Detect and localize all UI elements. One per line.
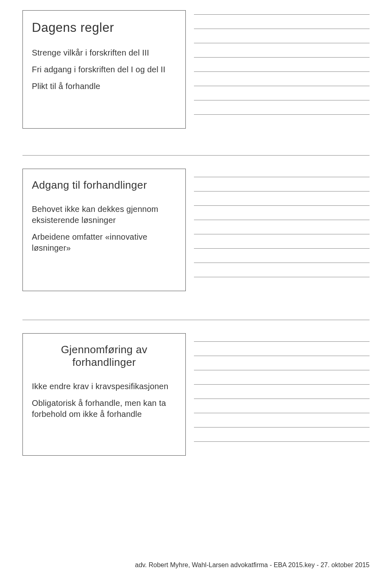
content-box-adgang: Adgang til forhandlinger Behovet ikke ka… (22, 169, 186, 291)
note-line (194, 356, 370, 356)
slide-row-3: Gjennomføring av forhandlinger Ikke endr… (0, 333, 392, 456)
notes-lines-3 (194, 333, 370, 456)
section-divider (22, 155, 370, 156)
section2-p2: Arbeidene omfatter «innovative løsninger… (32, 232, 176, 254)
slide-row-1: Dagens regler Strenge vilkår i forskrift… (0, 0, 392, 129)
note-line (194, 427, 370, 428)
footer-text: adv. Robert Myhre, Wahl-Larsen advokatfi… (135, 561, 370, 569)
note-line (194, 220, 370, 220)
section1-p3: Plikt til å forhandle (32, 81, 176, 92)
note-line (194, 384, 370, 385)
section3-p1: Ikke endre krav i kravspesifikasjonen (32, 381, 176, 392)
section1-p1: Strenge vilkår i forskriften del III (32, 47, 176, 58)
section1-title: Dagens regler (32, 20, 176, 35)
note-line (194, 441, 370, 442)
note-line (194, 205, 370, 206)
section-divider (22, 320, 370, 320)
section3-title: Gjennomføring av forhandlinger (32, 343, 176, 369)
note-line (194, 14, 370, 15)
note-line (194, 71, 370, 72)
note-line (194, 234, 370, 234)
note-line (194, 100, 370, 100)
note-line (194, 399, 370, 399)
note-line (194, 29, 370, 29)
note-line (194, 191, 370, 192)
slide-row-2: Adgang til forhandlinger Behovet ikke ka… (0, 169, 392, 291)
note-line (194, 341, 370, 342)
notes-lines-1 (194, 10, 370, 129)
note-line (194, 114, 370, 115)
note-line (194, 43, 370, 43)
note-line (194, 177, 370, 177)
notes-lines-2 (194, 169, 370, 291)
note-line (194, 370, 370, 370)
note-line (194, 57, 370, 58)
section2-title: Adgang til forhandlinger (32, 179, 176, 192)
section1-p2: Fri adgang i forskriften del I og del II (32, 64, 176, 75)
section2-p1: Behovet ikke kan dekkes gjennom eksister… (32, 204, 176, 226)
content-box-dagens-regler: Dagens regler Strenge vilkår i forskrift… (22, 10, 186, 129)
note-line (194, 86, 370, 86)
content-box-gjennomforing: Gjennomføring av forhandlinger Ikke endr… (22, 333, 186, 456)
note-line (194, 248, 370, 249)
note-line (194, 277, 370, 277)
section3-p2: Obligatorisk å forhandle, men kan ta for… (32, 398, 176, 420)
note-line (194, 263, 370, 263)
note-line (194, 413, 370, 413)
